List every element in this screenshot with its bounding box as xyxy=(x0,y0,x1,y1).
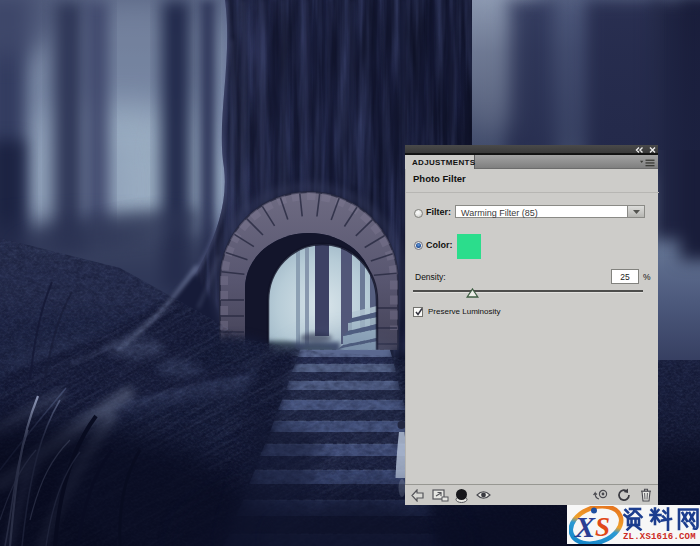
svg-text:S: S xyxy=(595,512,610,542)
svg-text:X: X xyxy=(574,510,596,543)
